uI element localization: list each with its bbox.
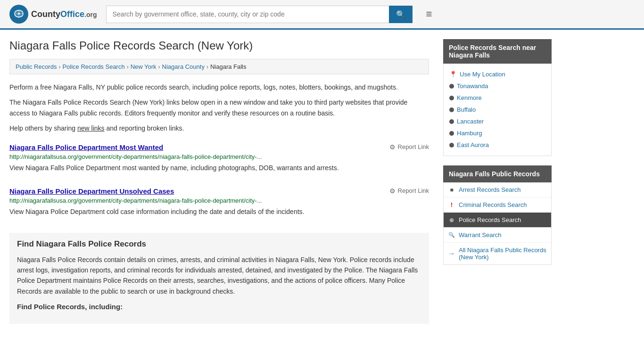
nearby-location-5: East Aurora [449, 139, 545, 151]
find-section: Find Niagara Falls Police Records Niagar… [9, 233, 429, 324]
arrow-icon: → [448, 250, 455, 257]
result-header-2: Niagara Falls Police Department Unsolved… [9, 187, 429, 195]
intro-paragraph-2: The Niagara Falls Police Records Search … [9, 97, 429, 118]
criminal-records-link[interactable]: Criminal Records Search [459, 201, 527, 208]
breadcrumb-niagara-county[interactable]: Niagara County [162, 63, 205, 70]
result-item-2: Niagara Falls Police Department Unsolved… [9, 187, 429, 222]
report-link-button-1[interactable]: ⚙ Report Link [389, 143, 429, 151]
nearby-location-link-1[interactable]: Kenmore [457, 94, 482, 101]
nearby-location-link-2[interactable]: Buffalo [457, 106, 476, 113]
sidebar-record-warrant[interactable]: 🔍 Warrant Search [444, 228, 551, 243]
search-button[interactable]: 🔍 [389, 6, 413, 23]
sidebar: Police Records Search near Niagara Falls… [443, 39, 552, 324]
sidebar-record-police[interactable]: ⊕ Police Records Search [444, 213, 551, 228]
result-item-1: Niagara Falls Police Department Most Wan… [9, 143, 429, 178]
new-links-link[interactable]: new links [77, 124, 105, 132]
menu-icon: ≡ [426, 8, 432, 20]
result-title-2[interactable]: Niagara Falls Police Department Unsolved… [9, 187, 174, 195]
sidebar-record-criminal[interactable]: ! Criminal Records Search [444, 197, 551, 213]
search-area: 🔍 [106, 6, 413, 23]
logo-icon [9, 5, 28, 24]
arrest-icon: ■ [448, 187, 455, 193]
breadcrumb-police-records-search[interactable]: Police Records Search [62, 63, 124, 70]
nearby-location-link-0[interactable]: Tonawanda [457, 82, 488, 90]
sidebar-nearby-title: Police Records Search near Niagara Falls [443, 39, 552, 64]
logo-org-text: .org [84, 11, 97, 18]
report-link-label-1: Report Link [398, 143, 429, 150]
sidebar-public-records-body: ■ Arrest Records Search ! Criminal Recor… [443, 182, 552, 265]
location-dot-4 [449, 131, 454, 136]
intro-para3-after: and reporting broken links. [105, 124, 184, 132]
location-icon: 📍 [449, 71, 457, 78]
unlink-icon-1: ⚙ [389, 143, 396, 151]
breadcrumb: Public Records › Police Records Search ›… [9, 59, 429, 74]
result-url-1[interactable]: http://niagarafallsusa.org/government/ci… [9, 153, 429, 160]
sidebar-record-arrest[interactable]: ■ Arrest Records Search [444, 182, 551, 197]
breadcrumb-current: Niagara Falls [210, 63, 247, 70]
location-dot-1 [449, 96, 454, 100]
breadcrumb-sep-3: › [158, 64, 160, 70]
arrest-records-link[interactable]: Arrest Records Search [459, 186, 521, 193]
result-desc-1: View Niagara Falls Police Department mos… [9, 163, 429, 173]
warrant-search-link[interactable]: Warrant Search [459, 231, 502, 239]
breadcrumb-sep-4: › [206, 64, 208, 70]
location-dot-2 [449, 107, 454, 112]
nearby-location-0: Tonawanda [449, 80, 545, 92]
site-logo[interactable]: CountyOffice.org [9, 5, 97, 24]
search-input[interactable] [106, 6, 389, 23]
page-title: Niagara Falls Police Records Search (New… [9, 39, 429, 52]
nearby-location-link-3[interactable]: Lancaster [457, 118, 484, 125]
sidebar-nearby-section: Police Records Search near Niagara Falls… [443, 39, 552, 156]
main-container: Niagara Falls Police Records Search (New… [0, 30, 644, 333]
content-area: Niagara Falls Police Records Search (New… [9, 39, 443, 324]
sidebar-public-records-section: Niagara Falls Public Records ■ Arrest Re… [443, 165, 552, 265]
nearby-location-2: Buffalo [449, 104, 545, 115]
police-icon: ⊕ [448, 217, 455, 223]
svg-point-1 [18, 13, 20, 15]
all-records-label: All Niagara Falls Public Records (New Yo… [459, 247, 546, 261]
menu-button[interactable]: ≡ [426, 8, 432, 20]
nearby-location-3: Lancaster [449, 115, 545, 127]
location-dot-5 [449, 143, 454, 148]
sidebar-public-records-title: Niagara Falls Public Records [443, 165, 552, 182]
unlink-icon-2: ⚙ [389, 187, 396, 195]
location-dot-3 [449, 119, 454, 124]
intro-paragraph-1: Perform a free Niagara Falls, NY public … [9, 82, 429, 92]
site-header: CountyOffice.org 🔍 ≡ [0, 0, 644, 30]
breadcrumb-sep-2: › [127, 64, 129, 70]
intro-paragraph-3: Help others by sharing new links and rep… [9, 123, 429, 133]
nearby-location-4: Hamburg [449, 127, 545, 139]
logo-county-text: County [31, 9, 60, 19]
report-link-label-2: Report Link [398, 187, 429, 194]
search-icon: 🔍 [396, 10, 405, 18]
all-public-records-link[interactable]: → All Niagara Falls Public Records (New … [444, 243, 551, 264]
breadcrumb-new-york[interactable]: New York [131, 63, 157, 70]
report-link-button-2[interactable]: ⚙ Report Link [389, 187, 429, 195]
criminal-icon: ! [448, 202, 455, 208]
warrant-icon: 🔍 [448, 232, 455, 238]
find-section-title: Find Niagara Falls Police Records [17, 239, 421, 249]
nearby-location-link-4[interactable]: Hamburg [457, 130, 482, 137]
find-section-subtitle: Find Police Records, including: [17, 301, 421, 313]
nearby-location-link-5[interactable]: East Aurora [457, 141, 489, 148]
use-my-location-label: Use My Location [460, 71, 505, 78]
breadcrumb-sep-1: › [58, 64, 60, 70]
find-section-paragraph: Niagara Falls Police Records contain det… [17, 255, 421, 297]
use-my-location-link[interactable]: 📍 Use My Location [449, 68, 545, 80]
logo-office-text: Office [60, 9, 84, 19]
intro-para3-before: Help others by sharing [9, 124, 77, 132]
location-dot-0 [449, 84, 454, 89]
result-url-2[interactable]: http://niagarafallsusa.org/government/ci… [9, 197, 429, 204]
nearby-location-1: Kenmore [449, 92, 545, 104]
police-records-link[interactable]: Police Records Search [459, 216, 521, 223]
logo-text: CountyOffice.org [31, 9, 97, 19]
result-desc-2: View Niagara Police Department cold case… [9, 207, 429, 217]
result-header-1: Niagara Falls Police Department Most Wan… [9, 143, 429, 151]
result-title-1[interactable]: Niagara Falls Police Department Most Wan… [9, 143, 163, 151]
breadcrumb-public-records[interactable]: Public Records [16, 63, 57, 70]
sidebar-nearby-body: 📍 Use My Location Tonawanda Kenmore Buff… [443, 64, 552, 156]
